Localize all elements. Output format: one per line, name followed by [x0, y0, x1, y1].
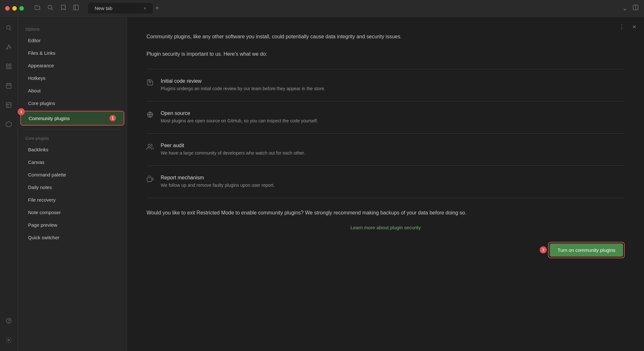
main-layout: Options Editor Files & Links Appearance … [0, 17, 644, 351]
svg-rect-7 [6, 64, 8, 66]
settings-item-quick-switcher[interactable]: Quick switcher [20, 231, 124, 244]
peer-audit-icon [147, 143, 154, 151]
feature-title-3: Report mechanism [161, 175, 275, 181]
feature-desc-0: Plugins undergo an initial code review b… [161, 85, 325, 92]
feature-desc-3: We follow up and remove faulty plugins u… [161, 182, 275, 189]
settings-divider [23, 129, 122, 130]
svg-point-17 [148, 144, 150, 146]
content-intro: Community plugins, like any other softwa… [147, 32, 625, 59]
graph-icon[interactable] [3, 41, 14, 53]
feature-desc-1: Most plugins are open source on GitHub, … [161, 118, 318, 124]
settings-item-files-links[interactable]: Files & Links [20, 47, 124, 59]
feature-report-mechanism: Report mechanism We follow up and remove… [147, 166, 625, 198]
folder-icon[interactable] [34, 4, 41, 12]
close-traffic-light[interactable] [5, 6, 10, 11]
settings-item-community-plugins[interactable]: Community plugins 1 [21, 111, 124, 125]
settings-item-backlinks[interactable]: Backlinks [20, 143, 124, 156]
options-label: Options [18, 24, 127, 34]
security-features-list: Initial code review Plugins undergo an i… [147, 69, 625, 198]
open-source-icon [147, 111, 154, 119]
settings-item-appearance[interactable]: Appearance [20, 59, 124, 72]
settings-item-command-palette[interactable]: Command palette [20, 168, 124, 181]
left-sidebar-icons [0, 17, 18, 351]
svg-rect-8 [9, 64, 11, 66]
sidebar-toggle-icon[interactable] [73, 4, 79, 12]
feature-open-source: Open source Most plugins are open source… [147, 101, 625, 134]
settings-item-canvas[interactable]: Canvas [20, 156, 124, 168]
settings-panel: Options Editor Files & Links Appearance … [18, 17, 127, 351]
add-tab-button[interactable]: + [155, 5, 159, 12]
svg-rect-1 [74, 5, 79, 10]
action-area: 2 Turn on community plugins [147, 242, 625, 258]
tab-area: New tab × + [88, 3, 619, 14]
feature-peer-audit: Peer audit We have a large community of … [147, 134, 625, 166]
report-icon [147, 176, 154, 183]
settings-icon[interactable] [3, 334, 14, 346]
svg-point-15 [8, 339, 10, 341]
chevron-down-icon[interactable]: ⌄ [622, 5, 627, 12]
feature-title-2: Peer audit [161, 143, 305, 148]
core-plugins-label: Core plugins [18, 134, 127, 143]
feature-initial-code-review: Initial code review Plugins undergo an i… [147, 69, 625, 101]
bookmark-icon[interactable] [60, 4, 66, 12]
svg-point-0 [48, 5, 52, 9]
settings-item-core-plugins[interactable]: Core plugins [20, 97, 124, 109]
turn-on-button-wrapper: 2 Turn on community plugins [548, 242, 625, 258]
settings-item-file-recovery[interactable]: File recovery [20, 194, 124, 206]
settings-item-hotkeys[interactable]: Hotkeys [20, 72, 124, 84]
plugins-icon[interactable] [3, 61, 14, 72]
annotation-badge-1: 1 [18, 108, 25, 115]
titlebar-right: ⌄ [622, 4, 639, 12]
new-tab[interactable]: New tab × [88, 3, 153, 14]
settings-item-page-preview[interactable]: Page preview [20, 219, 124, 231]
vault-icon[interactable] [3, 119, 14, 130]
svg-rect-10 [9, 67, 11, 69]
turn-on-community-plugins-button[interactable]: Turn on community plugins [550, 243, 623, 257]
close-dialog-button[interactable]: × [632, 23, 636, 31]
code-review-icon [147, 79, 154, 87]
svg-point-13 [6, 318, 11, 323]
settings-item-editor[interactable]: Editor [20, 34, 124, 47]
svg-rect-11 [6, 83, 11, 88]
svg-point-3 [6, 25, 10, 29]
content-area: × ⋮ Community plugins, like any other so… [127, 17, 644, 351]
titlebar: New tab × + ⌄ [0, 0, 644, 17]
more-options-button[interactable]: ⋮ [619, 23, 625, 30]
help-icon[interactable] [3, 315, 14, 327]
search-titlebar-icon[interactable] [47, 4, 53, 12]
feature-title-1: Open source [161, 110, 318, 116]
settings-item-note-composer[interactable]: Note composer [20, 206, 124, 219]
tab-label: New tab [95, 5, 112, 11]
intro-line1: Community plugins, like any other softwa… [147, 34, 402, 39]
svg-rect-12 [6, 103, 11, 108]
intro-line2: Plugin security is important to us. Here… [147, 51, 267, 57]
minimize-traffic-light[interactable] [12, 6, 17, 11]
split-view-icon[interactable] [632, 4, 639, 12]
traffic-lights [5, 6, 24, 11]
svg-rect-9 [6, 67, 8, 69]
settings-item-daily-notes[interactable]: Daily notes [20, 181, 124, 194]
search-icon[interactable] [3, 22, 14, 33]
settings-item-about[interactable]: About [20, 84, 124, 97]
calendar-icon[interactable] [3, 80, 14, 91]
layout-icon[interactable] [3, 99, 14, 111]
maximize-traffic-light[interactable] [19, 6, 24, 11]
feature-title-0: Initial code review [161, 78, 325, 84]
svg-point-14 [9, 322, 9, 322]
community-plugins-badge: 1 [109, 115, 116, 121]
learn-more-link[interactable]: Learn more about plugin security [147, 225, 625, 230]
warning-text: Would you like to exit Restricted Mode t… [147, 208, 625, 217]
tab-close-button[interactable]: × [144, 6, 146, 11]
annotation-badge-2: 2 [540, 246, 547, 253]
titlebar-icons [34, 4, 79, 12]
feature-desc-2: We have a large community of developers … [161, 150, 305, 157]
